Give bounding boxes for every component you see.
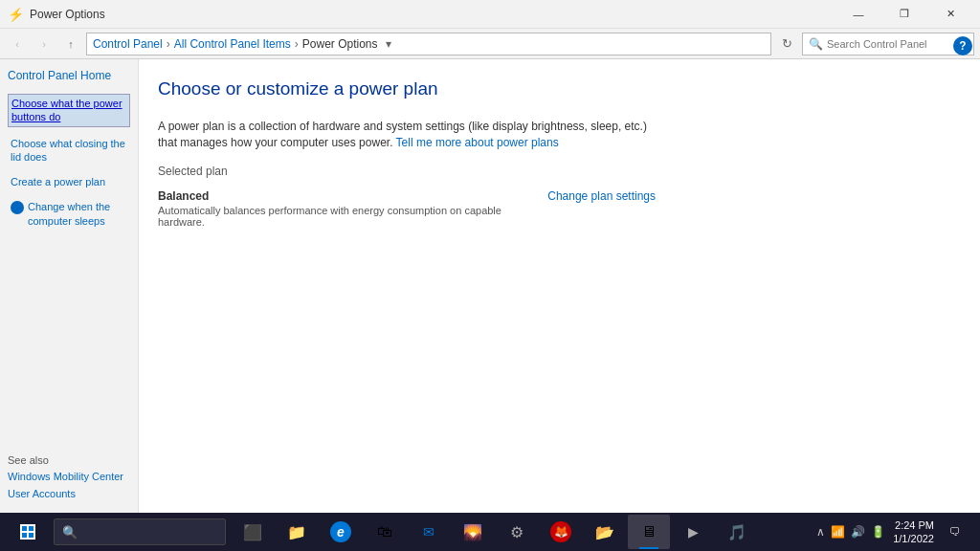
taskbar-app-settings[interactable]: ⚙ [496, 515, 538, 549]
main-container: Control Panel Home Choose what the power… [0, 59, 980, 513]
taskbar-app-file-explorer[interactable]: 📁 [276, 515, 318, 549]
change-plan-link[interactable]: Change plan settings [547, 189, 656, 203]
breadcrumb-dropdown[interactable]: ▾ [379, 33, 398, 55]
taskbar-app-folder2[interactable]: 📂 [584, 515, 626, 549]
window-icon: ⚡ [8, 7, 24, 22]
refresh-button[interactable]: ↻ [775, 33, 798, 55]
window-controls: — ❐ ✕ [836, 0, 972, 29]
windows-logo-icon [20, 524, 35, 540]
plan-description: Automatically balances performance with … [158, 205, 528, 228]
see-also-user-accounts[interactable]: User Accounts [8, 487, 130, 500]
close-button[interactable]: ✕ [928, 0, 972, 29]
clock[interactable]: 2:24 PM 1/1/2022 [893, 518, 934, 546]
page-title: Choose or customize a power plan [158, 78, 438, 99]
taskbar-app-edge[interactable]: e [320, 515, 362, 549]
breadcrumb-control-panel[interactable]: Control Panel [93, 37, 163, 51]
media-icon: 🎵 [727, 523, 746, 541]
clock-date: 1/1/2022 [893, 532, 934, 545]
taskbar-app-cmd[interactable]: ▶ [672, 515, 714, 549]
address-bar: ‹ › ↑ Control Panel › All Control Panel … [0, 29, 980, 59]
window-title: Power Options [30, 8, 105, 21]
restore-button[interactable]: ❐ [882, 0, 926, 29]
sidebar-item-sleep-icon [11, 201, 24, 214]
minimize-button[interactable]: — [836, 0, 880, 29]
mail-icon: ✉ [423, 524, 434, 540]
see-also-label: See also [8, 454, 130, 466]
breadcrumb-sep-1: › [167, 37, 170, 51]
plan-row: Balanced Automatically balances performa… [158, 186, 656, 231]
sidebar-item-sleep-label: Change when the computer sleeps [28, 200, 127, 228]
title-bar-left: ⚡ Power Options [8, 7, 105, 22]
taskbar-right: ∧ 📶 🔊 🔋 2:24 PM 1/1/2022 🗨 [816, 518, 976, 546]
firefox-icon: 🦊 [550, 521, 571, 542]
file-explorer-icon: 📁 [287, 523, 306, 541]
search-input[interactable] [827, 38, 968, 50]
control-panel-taskbar-icon: 🖥 [641, 523, 657, 540]
store-icon: 🛍 [377, 523, 392, 540]
battery-icon[interactable]: 🔋 [871, 525, 885, 539]
taskbar-app-task-view[interactable]: ⬛ [232, 515, 274, 549]
page-description: A power plan is a collection of hardware… [158, 119, 656, 151]
edge-icon: e [330, 521, 351, 542]
selected-plan-label: Selected plan [158, 165, 961, 178]
taskbar-app-firefox[interactable]: 🦊 [540, 515, 582, 549]
network-icon[interactable]: 📶 [831, 525, 845, 539]
sidebar: Control Panel Home Choose what the power… [0, 59, 139, 513]
photos-icon: 🌄 [463, 523, 482, 541]
plan-details: Balanced Automatically balances performa… [158, 189, 528, 228]
plan-name: Balanced [158, 189, 528, 203]
breadcrumb-bar: Control Panel › All Control Panel Items … [86, 33, 771, 55]
search-icon: 🔍 [809, 37, 823, 51]
clock-time: 2:24 PM [893, 518, 934, 532]
sidebar-home-link[interactable]: Control Panel Home [8, 69, 130, 82]
task-view-icon: ⬛ [243, 523, 262, 541]
forward-button[interactable]: › [33, 33, 56, 55]
taskbar-search[interactable]: 🔍 [54, 518, 226, 545]
sidebar-item-lid[interactable]: Choose what closing the lid does [8, 135, 130, 166]
up-button[interactable]: ↑ [59, 33, 82, 55]
taskbar-app-media[interactable]: 🎵 [716, 515, 758, 549]
see-also-section: See also Windows Mobility Center User Ac… [8, 454, 130, 503]
title-bar: ⚡ Power Options — ❐ ✕ [0, 0, 980, 29]
folder-icon: 📂 [595, 523, 614, 541]
settings-icon: ⚙ [510, 523, 523, 541]
sidebar-item-sleep[interactable]: Change when the computer sleeps [8, 198, 130, 230]
volume-icon[interactable]: 🔊 [851, 525, 865, 539]
taskbar-app-photos[interactable]: 🌄 [452, 515, 494, 549]
sidebar-item-create-plan[interactable]: Create a power plan [8, 173, 130, 190]
breadcrumb-sep-2: › [295, 37, 299, 51]
taskbar-search-icon: 🔍 [62, 525, 78, 540]
sidebar-item-power-buttons[interactable]: Choose what the power buttons do [8, 94, 130, 127]
content-area: Choose or customize a power plan A power… [139, 59, 980, 513]
learn-more-link[interactable]: Tell me more about power plans [396, 136, 559, 149]
taskbar-app-mail[interactable]: ✉ [408, 515, 450, 549]
sidebar-item-power-buttons-label: Choose what the power buttons do [11, 98, 122, 122]
breadcrumb-all-items[interactable]: All Control Panel Items [174, 37, 291, 51]
help-button[interactable]: ? [953, 36, 972, 55]
cmd-icon: ▶ [688, 524, 699, 540]
see-also-mobility-center[interactable]: Windows Mobility Center [8, 470, 130, 483]
breadcrumb-current: Power Options [302, 37, 378, 51]
sidebar-item-lid-label: Choose what closing the lid does [11, 138, 125, 163]
search-box[interactable]: 🔍 [802, 33, 974, 55]
taskbar-app-control-panel[interactable]: 🖥 [628, 515, 670, 549]
taskbar-apps: ⬛ 📁 e 🛍 ✉ 🌄 ⚙ 🦊 📂 🖥 ▶ [232, 515, 758, 549]
notification-button[interactable]: 🗨 [942, 518, 969, 545]
system-tray: ∧ 📶 🔊 🔋 [816, 525, 885, 539]
taskbar: 🔍 ⬛ 📁 e 🛍 ✉ 🌄 ⚙ 🦊 📂 🖥 [0, 513, 980, 551]
back-button[interactable]: ‹ [6, 33, 29, 55]
start-button[interactable] [4, 515, 52, 549]
sidebar-item-create-plan-label: Create a power plan [11, 176, 105, 187]
taskbar-app-store[interactable]: 🛍 [364, 515, 406, 549]
tray-up-arrow[interactable]: ∧ [816, 525, 825, 539]
